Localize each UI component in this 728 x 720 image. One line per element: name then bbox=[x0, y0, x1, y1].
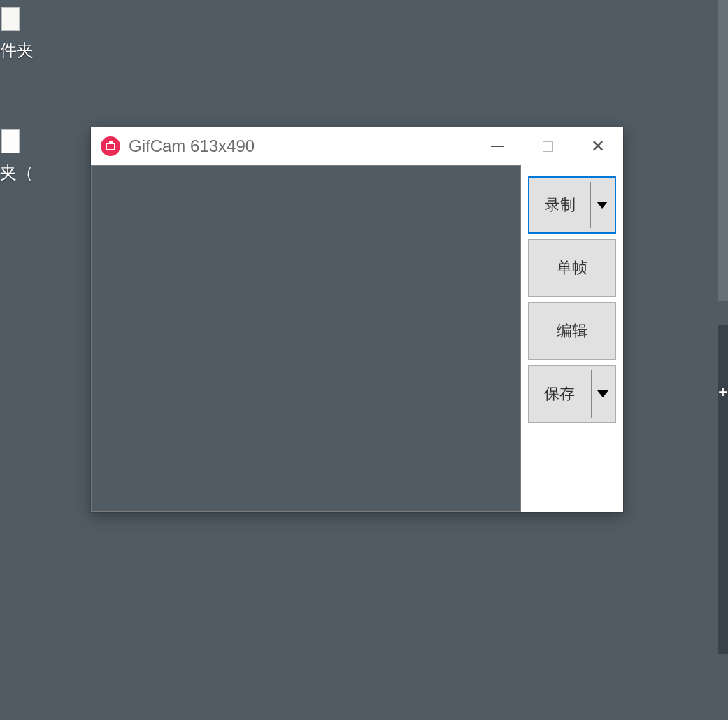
maximize-icon bbox=[543, 141, 553, 152]
record-button[interactable]: 录制 bbox=[528, 176, 616, 234]
window-title: GifCam 613x490 bbox=[129, 136, 472, 156]
window-controls: ✕ bbox=[472, 127, 623, 165]
close-button[interactable]: ✕ bbox=[573, 127, 623, 165]
capture-viewport[interactable] bbox=[91, 165, 521, 512]
gifcam-window: GifCam 613x490 ✕ 录制 单帧 编辑 bbox=[91, 127, 623, 512]
edit-button[interactable]: 编辑 bbox=[528, 302, 616, 360]
maximize-button[interactable] bbox=[522, 127, 573, 165]
desktop-icon-label: 夹（ bbox=[0, 162, 28, 184]
desktop-icon-label: 件夹 bbox=[0, 39, 28, 62]
minimize-icon bbox=[491, 146, 504, 147]
sidebar-controls: 录制 单帧 编辑 保存 bbox=[521, 165, 623, 512]
file-thumbnail-icon bbox=[1, 7, 20, 31]
dropdown-caret-icon[interactable] bbox=[597, 390, 608, 397]
right-panel-plus-icon[interactable]: + bbox=[718, 378, 728, 406]
desktop-icon-folder-1[interactable]: 件夹 bbox=[0, 7, 28, 62]
right-strip-dark bbox=[718, 325, 728, 654]
desktop-icon-folder-2[interactable]: 夹（ bbox=[0, 129, 28, 184]
save-button-label: 保存 bbox=[544, 383, 575, 404]
minimize-button[interactable] bbox=[472, 127, 522, 165]
window-body: 录制 单帧 编辑 保存 bbox=[91, 165, 623, 512]
right-strip-light bbox=[718, 0, 728, 301]
button-split-divider bbox=[591, 370, 592, 418]
frame-button[interactable]: 单帧 bbox=[528, 239, 616, 297]
file-thumbnail-icon bbox=[1, 129, 20, 153]
record-button-label: 录制 bbox=[545, 195, 576, 216]
save-button[interactable]: 保存 bbox=[528, 365, 616, 423]
window-titlebar[interactable]: GifCam 613x490 ✕ bbox=[91, 127, 623, 165]
frame-button-label: 单帧 bbox=[557, 257, 587, 278]
close-icon: ✕ bbox=[591, 138, 605, 155]
dropdown-caret-icon[interactable] bbox=[597, 202, 608, 209]
edit-button-label: 编辑 bbox=[557, 320, 587, 341]
gifcam-app-icon bbox=[101, 136, 120, 156]
button-split-divider bbox=[590, 182, 591, 228]
